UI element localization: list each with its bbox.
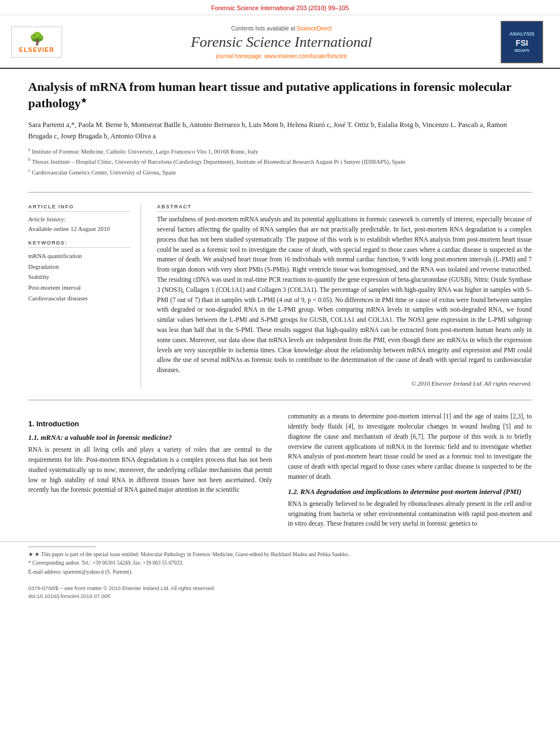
subsection1-heading: 1.1. mRNA: a valuable tool in forensic m… — [28, 434, 272, 442]
body-left: 1. Introduction 1.1. mRNA: a valuable to… — [28, 412, 272, 532]
right-logo-line2: FSI — [516, 38, 528, 48]
footnote-hr — [28, 547, 96, 547]
issn-line: 0379-0738/$ – see front matter © 2010 El… — [28, 584, 532, 592]
available-online: Available online 12 August 2010 — [28, 225, 110, 232]
article-title-text: Analysis of mRNA from human heart tissue… — [28, 80, 511, 110]
keyword-5: Cardiovascular diseases — [28, 293, 130, 304]
article-header: Analysis of mRNA from human heart tissue… — [0, 69, 560, 186]
abstract-copyright: © 2010 Elsevier Ireland Ltd. All rights … — [157, 379, 532, 388]
subsection2-heading: 1.2. RNA degradation and implications to… — [288, 488, 532, 496]
keywords-section: Keywords: mRNA quantification Degradatio… — [28, 240, 130, 303]
elsevier-tree-icon: 🌳 — [29, 32, 45, 46]
affiliations: a Institute of Forensic Medicine, Cathol… — [28, 146, 532, 177]
intro-text-right: community as a means to determine post-m… — [288, 412, 532, 482]
body-divider — [28, 400, 532, 400]
keyword-4: Post-mortem interval — [28, 282, 130, 293]
right-logo: ANALYSIS FSI IBDAPS — [501, 21, 543, 63]
abstract-label: Abstract — [157, 204, 532, 212]
journal-bar: Forensic Science International 203 (2010… — [0, 0, 560, 15]
sciencedirect-label: Contents lists available at ScienceDirec… — [73, 25, 489, 32]
article-title: Analysis of mRNA from human heart tissue… — [28, 79, 532, 111]
body-right: community as a means to determine post-m… — [288, 412, 532, 532]
journal-title: Forensic Science International — [73, 34, 489, 51]
bottom-bar: 0379-0738/$ – see front matter © 2010 El… — [0, 582, 560, 603]
article-history-section: Article Info Article history: Available … — [28, 204, 130, 233]
abstract-body: The usefulness of post-mortem mRNA analy… — [157, 216, 532, 373]
footnote-area: ★ ★ This paper is part of the special is… — [0, 541, 560, 582]
aff-c-text: Cardiovascular Genetics Center, Universi… — [32, 169, 176, 175]
abstract-text: The usefulness of post-mortem mRNA analy… — [157, 215, 532, 388]
title-star: ★ — [81, 96, 87, 104]
journal-homepage: journal homepage: www.elsevier.com/locat… — [73, 53, 489, 59]
header-divider — [28, 192, 532, 193]
footnote-email: E-mail address: spartemi@yahoo.it (S. Pa… — [28, 568, 532, 576]
right-logo-line1: ANALYSIS — [509, 31, 535, 38]
aff-b-text: Thorax Institute – Hospital Clínic, Univ… — [32, 159, 405, 165]
footnote-star: ★ ★ This paper is part of the special is… — [28, 551, 532, 559]
header-area: 🌳 ELSEVIER Contents lists available at S… — [0, 15, 560, 69]
homepage-url[interactable]: www.elsevier.com/locate/forsciint — [264, 53, 347, 59]
elsevier-name: ELSEVIER — [19, 46, 54, 53]
aff-c-sup: c — [28, 168, 30, 173]
subsection2-text: RNA is generally believed to be degraded… — [288, 499, 532, 529]
aff-a-text: Institute of Forensic Medicine, Catholic… — [32, 148, 258, 155]
aff-b-sup: b — [28, 157, 30, 162]
article-info-label: Article Info — [28, 204, 130, 212]
keywords-label: Keywords: — [28, 240, 130, 248]
journal-citation: Forensic Science International 203 (2010… — [211, 5, 349, 11]
footnote-star-text: ★ This paper is part of the special issu… — [34, 552, 349, 557]
keyword-1: mRNA quantification — [28, 251, 130, 261]
page-wrapper: Forensic Science International 203 (2010… — [0, 0, 560, 747]
homepage-label: journal homepage: — [216, 53, 265, 59]
body-content: 1. Introduction 1.1. mRNA: a valuable to… — [0, 406, 560, 538]
sciencedirect-link[interactable]: ScienceDirect — [297, 25, 332, 32]
keywords-list: mRNA quantification Degradation Stabilit… — [28, 251, 130, 303]
article-history: Article history: Available online 12 Aug… — [28, 215, 130, 233]
section1-heading: 1. Introduction — [28, 420, 272, 428]
header-center: Contents lists available at ScienceDirec… — [73, 25, 489, 59]
body-two-col: 1. Introduction 1.1. mRNA: a valuable to… — [28, 412, 532, 532]
authors: Sara Partemi a,*, Paola M. Berne b, Mont… — [28, 119, 532, 142]
elsevier-logo: 🌳 ELSEVIER — [11, 27, 62, 58]
right-column: Abstract The usefulness of post-mortem m… — [157, 204, 532, 388]
intro-text-left: RNA is present in all living cells and p… — [28, 445, 272, 495]
footnote-star-symbol: ★ — [28, 552, 34, 557]
article-info-abstract: Article Info Article history: Available … — [0, 198, 560, 394]
aff-a-sup: a — [28, 147, 30, 152]
history-label: Article history: — [28, 216, 66, 222]
keyword-2: Degradation — [28, 261, 130, 272]
doi-line: doi:10.1016/j.forsciint.2010.07.005 — [28, 592, 532, 600]
left-column: Article Info Article history: Available … — [28, 204, 141, 388]
right-logo-line3: IBDAPS — [514, 48, 529, 53]
keyword-3: Stability — [28, 272, 130, 282]
contents-label: Contents lists available at — [231, 25, 295, 32]
footnote-corresponding: * Corresponding author. Tel.: +39 06301 … — [28, 559, 532, 567]
